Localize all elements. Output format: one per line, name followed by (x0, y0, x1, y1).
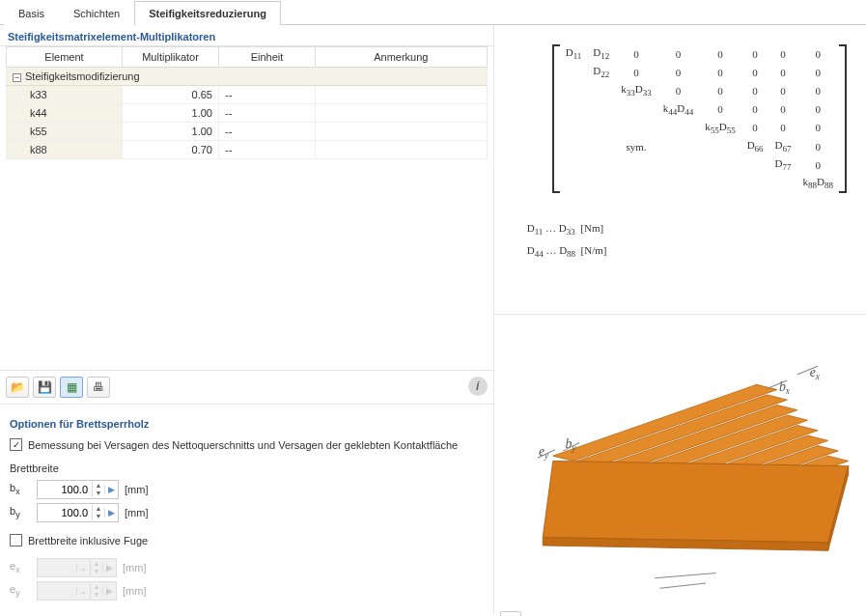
view-settings-icon[interactable]: ⚙ (500, 611, 521, 616)
stepper-up-icon: ▲ (91, 560, 102, 568)
checkbox-label: Brettbreite inklusive Fuge (28, 535, 148, 546)
ex-input: ⌄ ▲▼ ▶ (37, 558, 117, 577)
svg-text:ey: ey (539, 444, 549, 461)
options-panel-title: Optionen für Brettsperrholz (10, 412, 484, 433)
bx-input[interactable]: ▲▼ ▶ (37, 480, 119, 499)
play-icon[interactable]: ▶ (104, 508, 118, 518)
stepper-up-icon: ▲ (91, 583, 102, 591)
tabs: Basis Schichten Steifigkeitsreduzierung (0, 0, 866, 25)
tab-steifigkeitsreduzierung[interactable]: Steifigkeitsreduzierung (134, 1, 281, 25)
matrix-legend-2: D44 … D88 [N/m] (527, 240, 847, 263)
by-unit: [mm] (125, 507, 148, 518)
ey-unit: [mm] (123, 585, 146, 597)
excel-icon[interactable]: ▦ (60, 377, 83, 398)
table-row[interactable]: k44 1.00 -- (7, 104, 488, 123)
col-einheit[interactable]: Einheit (219, 47, 316, 68)
matrix-legend-1: D11 … D33 [Nm] (527, 218, 847, 240)
info-icon[interactable]: i (468, 377, 488, 396)
svg-marker-8 (543, 461, 849, 542)
stepper-down-icon: ▼ (91, 568, 102, 575)
stepper-up-icon[interactable]: ▲ (93, 505, 104, 513)
bx-unit: [mm] (125, 484, 148, 495)
col-element[interactable]: Element (7, 47, 123, 68)
by-input[interactable]: ▲▼ ▶ (37, 503, 119, 522)
collapse-icon[interactable]: − (13, 73, 21, 82)
stepper-up-icon[interactable]: ▲ (93, 482, 104, 490)
table-row[interactable]: k33 0.65 -- (7, 86, 488, 104)
table-group-row[interactable]: −Steifigkeitsmodifizierung (7, 68, 488, 86)
table-row[interactable]: k55 1.00 -- (7, 123, 488, 141)
tab-basis[interactable]: Basis (4, 1, 59, 25)
checkbox-label: Bemessung bei Versagen des Nettoquerschn… (28, 439, 458, 451)
stepper-down-icon[interactable]: ▼ (93, 490, 104, 497)
ey-input: ⌄ ▲▼ ▶ (37, 581, 117, 601)
tab-schichten[interactable]: Schichten (59, 1, 134, 25)
dropdown-icon: ⌄ (76, 564, 90, 573)
col-multiplikator[interactable]: Multiplikator (123, 47, 219, 68)
dropdown-icon: ⌄ (76, 587, 90, 596)
checkbox-inklusive-fuge[interactable]: Brettbreite inklusive Fuge (10, 534, 484, 546)
open-icon[interactable]: 📂 (6, 377, 29, 398)
checkbox-net-cross-section[interactable]: ✓ Bemessung bei Versagen des Nettoquersc… (10, 438, 484, 451)
multipliers-table: Element Multiplikator Einheit Anmerkung … (6, 46, 488, 159)
col-anmerkung[interactable]: Anmerkung (316, 47, 488, 68)
bx-label: bx (10, 482, 31, 496)
ey-label: ey (10, 583, 31, 598)
checkbox-icon[interactable]: ✓ (10, 438, 22, 451)
print-icon[interactable]: 🖶 (87, 377, 110, 398)
stepper-down-icon[interactable]: ▼ (93, 513, 104, 520)
ex-unit: [mm] (123, 562, 146, 574)
multipliers-panel-title: Steifigkeitsmatrixelement-Multiplikatore… (0, 25, 493, 46)
save-icon[interactable]: 💾 (33, 377, 56, 398)
brettbreite-title: Brettbreite (10, 462, 484, 474)
matrix-panel: D11D12000000D22000000k33D3300000k44D4400… (494, 25, 866, 315)
stiffness-matrix: D11D12000000D22000000k33D3300000k44D4400… (560, 44, 839, 193)
stepper-down-icon: ▼ (91, 591, 102, 599)
checkbox-icon[interactable] (10, 534, 22, 546)
by-label: by (10, 505, 31, 519)
ex-label: ex (10, 560, 31, 574)
clt-diagram: ex bx ey by (502, 322, 858, 616)
play-icon[interactable]: ▶ (104, 485, 118, 494)
table-row[interactable]: k88 0.70 -- (7, 141, 488, 159)
play-icon: ▶ (102, 563, 116, 573)
play-icon: ▶ (102, 586, 116, 596)
multipliers-toolbar: 📂 💾 ▦ 🖶 i (0, 370, 493, 404)
diagram-panel: ex bx ey by ⚙ (494, 315, 866, 616)
